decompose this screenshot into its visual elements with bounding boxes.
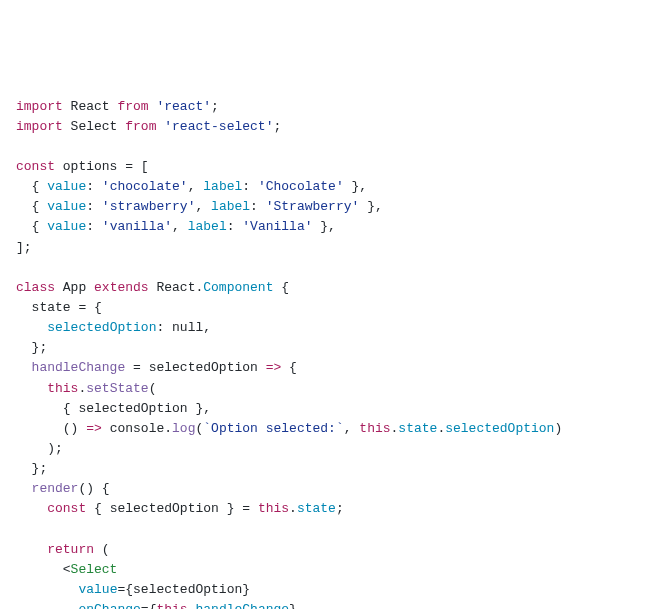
code-block: import React from 'react'; import Select… [16,97,629,609]
keyword-this: this [258,501,289,516]
keyword-this: this [47,381,78,396]
string-literal: 'react' [149,99,211,114]
keyword-this: this [359,421,390,436]
property-state: state [398,421,437,436]
property-label: label [203,179,242,194]
keyword-extends: extends [94,280,149,295]
keyword-from: from [117,99,148,114]
string-literal: 'Vanilla' [242,219,312,234]
arrow-function: => [86,421,102,436]
keyword-class: class [16,280,55,295]
string-literal: 'strawberry' [102,199,196,214]
method-log: log [172,421,195,436]
method-render: render [32,481,79,496]
property-state: state [297,501,336,516]
property-value: value [47,199,86,214]
template-literal: `Option selected:` [203,421,343,436]
keyword-const: const [47,501,86,516]
string-literal: 'vanilla' [102,219,172,234]
jsx-attr-value: value [78,582,117,597]
keyword-this: this [156,602,187,609]
string-literal: 'Strawberry' [266,199,360,214]
string-literal: 'react-select' [156,119,273,134]
jsx-tag-select: Select [71,562,118,577]
jsx-attr-onchange: onChange [78,602,140,609]
keyword-import: import [16,119,63,134]
arrow-function: => [258,360,281,375]
method-setstate: setState [86,381,148,396]
property-selectedoption: selectedOption [445,421,554,436]
keyword-return: return [47,542,94,557]
string-literal: 'chocolate' [102,179,188,194]
property-label: label [211,199,250,214]
property-value: value [47,179,86,194]
string-literal: 'Chocolate' [258,179,344,194]
keyword-const: const [16,159,55,174]
property-selectedoption: selectedOption [47,320,156,335]
property-handlechange: handleChange [195,602,289,609]
class-component: Component [203,280,273,295]
property-label: label [188,219,227,234]
keyword-from: from [125,119,156,134]
keyword-import: import [16,99,63,114]
property-value: value [47,219,86,234]
method-handlechange: handleChange [32,360,126,375]
